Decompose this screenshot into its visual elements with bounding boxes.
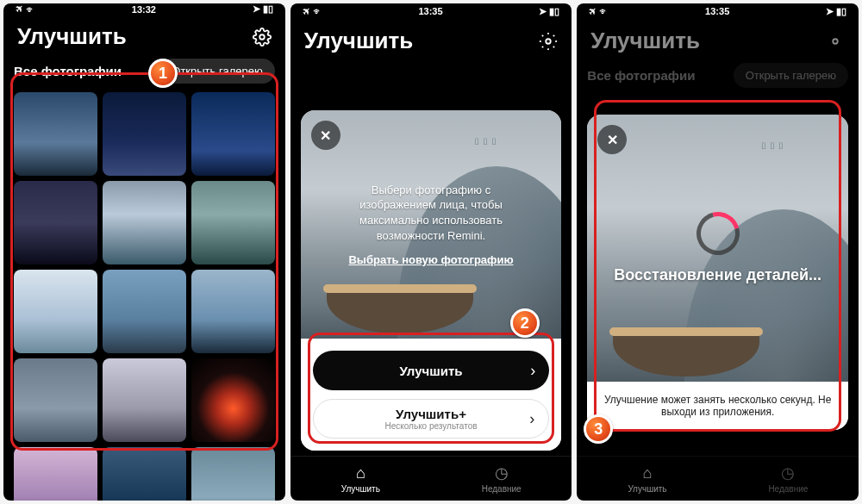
settings-gear-icon[interactable] [826, 32, 845, 51]
all-photos-label: Все фотографии [14, 64, 122, 78]
step-1-badge: 1 [148, 59, 178, 88]
clock-icon: ◷ [495, 464, 509, 482]
restore-title: Восстановление деталей... [614, 265, 821, 285]
airplane-icon: ✈ [586, 4, 600, 18]
open-gallery-button-dim: Открыть галерею [734, 63, 848, 88]
status-bar: ✈ ᯤ 13:35 ➤ ▮▯ [577, 3, 859, 19]
app-header: Улучшить [577, 19, 859, 63]
photo-thumb[interactable] [103, 270, 186, 353]
photo-thumb[interactable] [103, 358, 186, 442]
photo-thumb[interactable] [191, 358, 275, 442]
nav-enhance[interactable]: ⌂ Улучшить [577, 457, 717, 501]
preview-image-area: 𓅯𓅯𓅯 ✕ Выбери фотографию с изображением л… [301, 110, 562, 339]
close-icon: ✕ [607, 132, 618, 148]
phone-screen-2: ✈ ᯤ 13:35 ➤ ▮▯ Улучшить 𓅯𓅯𓅯 ✕ Выбери фот… [290, 3, 572, 501]
bottom-nav: ⌂ Улучшить ◷ Недавние [577, 456, 859, 501]
birds-illustration: 𓅯𓅯𓅯 [762, 140, 788, 151]
status-time: 13:35 [418, 6, 442, 16]
clock-icon: ◷ [781, 464, 795, 482]
preview-content: 𓅯𓅯𓅯 ✕ Выбери фотографию с изображением л… [290, 63, 572, 456]
svg-point-1 [547, 39, 552, 44]
close-button[interactable]: ✕ [597, 125, 627, 154]
app-title: Улучшить [17, 23, 127, 50]
home-icon: ⌂ [356, 464, 365, 482]
enhance-label: Улучшить [399, 364, 462, 378]
step-2-badge: 2 [510, 308, 540, 338]
preview-modal: 𓅯𓅯𓅯 ✕ Выбери фотографию с изображением л… [301, 110, 562, 451]
face-hint-text: Выбери фотографию с изображением лица, ч… [336, 183, 526, 243]
location-icon: ➤ [539, 6, 547, 17]
status-time: 13:35 [705, 6, 729, 16]
loading-spinner-icon [689, 204, 747, 263]
nav-enhance[interactable]: ⌂ Улучшить [290, 457, 431, 501]
wifi-icon: ᯤ [313, 6, 322, 16]
progress-content: Все фотографии Открыть галерею 𓅯𓅯𓅯 ✕ Вос… [577, 63, 859, 456]
wifi-icon: ᯤ [26, 4, 35, 15]
app-header: Улучшить [290, 19, 572, 63]
svg-point-2 [833, 39, 838, 44]
bottom-nav: ⌂ Улучшить ◷ Недавние [290, 456, 572, 501]
gallery-content: Все фотографии Открыть галерею [3, 59, 285, 501]
location-icon: ➤ [253, 3, 260, 15]
chevron-right-icon: › [530, 362, 535, 380]
status-bar: ✈ ᯤ 13:35 ➤ ▮▯ [290, 3, 572, 19]
status-time: 13:32 [132, 4, 156, 15]
nav-recent[interactable]: ◷ Недавние [431, 457, 572, 501]
photo-thumb[interactable] [14, 358, 97, 442]
enhance-plus-sub: Несколько результатов [384, 421, 477, 431]
progress-image-area: 𓅯𓅯𓅯 ✕ Восстановление деталей... [587, 115, 848, 382]
settings-gear-icon[interactable] [253, 28, 272, 47]
nav-label: Недавние [768, 484, 808, 494]
photo-thumb[interactable] [103, 181, 186, 264]
airplane-icon: ✈ [299, 4, 313, 18]
nav-label: Улучшить [628, 484, 666, 494]
enhance-button[interactable]: Улучшить › [313, 351, 550, 390]
phone-screen-3: ✈ ᯤ 13:35 ➤ ▮▯ Улучшить Все фотографии О… [577, 3, 859, 501]
photo-thumb[interactable] [191, 92, 275, 176]
photo-thumb[interactable] [14, 181, 97, 264]
photo-thumb[interactable] [14, 92, 97, 176]
nav-label: Улучшить [341, 484, 380, 494]
app-title: Улучшить [590, 28, 700, 54]
nav-recent[interactable]: ◷ Недавние [718, 457, 859, 501]
photo-thumb[interactable] [191, 447, 275, 501]
photo-thumb[interactable] [191, 181, 275, 264]
battery-icon: ▮▯ [263, 3, 273, 15]
photo-thumb[interactable] [103, 447, 186, 501]
location-icon: ➤ [826, 6, 834, 17]
all-photos-label-dim: Все фотографии [587, 68, 695, 83]
phone-screen-1: ✈ ᯤ 13:32 ➤ ▮▯ Улучшить Все фотографии О… [3, 3, 285, 501]
app-header: Улучшить [3, 15, 285, 59]
status-bar: ✈ ᯤ 13:32 ➤ ▮▯ [3, 3, 285, 15]
photo-thumb[interactable] [103, 92, 186, 176]
progress-note: Улучшение может занять несколько секунд.… [587, 382, 848, 430]
settings-gear-icon[interactable] [539, 32, 558, 51]
photo-thumb[interactable] [14, 447, 97, 501]
close-icon: ✕ [320, 128, 331, 144]
svg-point-0 [259, 34, 265, 40]
photo-thumb[interactable] [14, 270, 97, 353]
choose-new-photo-link[interactable]: Выбрать новую фотографию [348, 253, 513, 266]
enhance-plus-button[interactable]: Улучшить+ Несколько результатов › [313, 399, 550, 439]
app-title: Улучшить [304, 28, 414, 54]
battery-icon: ▮▯ [836, 6, 846, 17]
nav-label: Недавние [482, 484, 522, 494]
progress-modal: 𓅯𓅯𓅯 ✕ Восстановление деталей... Улучшени… [587, 115, 848, 430]
chevron-right-icon: › [529, 410, 534, 428]
home-icon: ⌂ [643, 464, 653, 482]
photo-grid [14, 92, 275, 501]
photo-thumb[interactable] [191, 270, 275, 353]
battery-icon: ▮▯ [549, 6, 559, 17]
enhance-buttons: Улучшить › Улучшить+ Несколько результат… [301, 339, 562, 451]
wifi-icon: ᯤ [599, 6, 609, 16]
birds-illustration: 𓅯𓅯𓅯 [475, 136, 501, 146]
enhance-plus-label: Улучшить+ [396, 407, 466, 421]
close-button[interactable]: ✕ [311, 121, 340, 150]
